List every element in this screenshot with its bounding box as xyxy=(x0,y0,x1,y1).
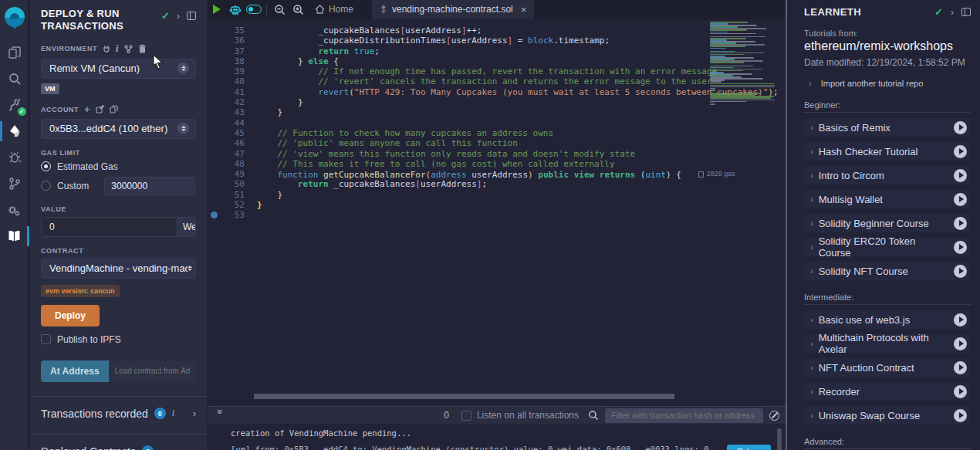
breakpoint-margin[interactable] xyxy=(208,118,221,128)
breakpoint-margin[interactable] xyxy=(208,179,221,189)
breakpoint-dot[interactable] xyxy=(211,211,218,218)
at-address-button[interactable]: At Address xyxy=(41,360,109,382)
code-line[interactable]: 38 } else { xyxy=(208,56,708,66)
code-line[interactable]: 47 // 'view' means this function only re… xyxy=(208,149,708,159)
listen-all-transactions-checkbox[interactable] xyxy=(461,411,471,421)
deploy-button[interactable]: Deploy xyxy=(41,305,100,327)
terminal-scrollbar[interactable] xyxy=(777,428,782,450)
breakpoint-margin[interactable] xyxy=(208,66,221,76)
breakpoint-margin[interactable] xyxy=(208,128,221,138)
ai-assistant-button[interactable] xyxy=(226,0,245,19)
breakpoint-margin[interactable] xyxy=(208,169,221,179)
close-icon[interactable]: × xyxy=(521,4,527,15)
estimated-gas-radio[interactable] xyxy=(41,161,51,171)
breakpoint-margin[interactable] xyxy=(208,200,221,210)
code-line[interactable]: 43 } xyxy=(208,107,708,117)
plug-icon[interactable] xyxy=(103,45,110,52)
environment-select[interactable]: Remix VM (Cancun) xyxy=(41,59,196,79)
breakpoint-margin[interactable] xyxy=(208,25,221,36)
breakpoint-margin[interactable] xyxy=(208,46,221,56)
play-tutorial-button[interactable] xyxy=(954,121,967,134)
code-editor[interactable]: 35 _cupcakeBalances[userAddress]++;36 _c… xyxy=(208,19,786,405)
import-tutorial-repo[interactable]: › Import another tutorial repo xyxy=(809,79,971,88)
deployed-contracts-row[interactable]: Deployed Contracts 0 xyxy=(30,434,207,450)
code-line[interactable]: 49 function getCupcakeBalanceFor(address… xyxy=(208,169,708,179)
tutorial-item[interactable]: ›Multichain Protocols with Axelar xyxy=(804,334,971,353)
sidebar-item-learneth[interactable] xyxy=(0,223,29,249)
code-line[interactable]: 50 return _cupcakeBalances[userAddress]; xyxy=(208,179,708,189)
sidebar-item-debugger[interactable] xyxy=(0,144,29,171)
code-line[interactable]: 40 // 'revert' cancels the transaction a… xyxy=(208,76,708,86)
sidebar-item-solidity-compiler[interactable]: ✓ xyxy=(0,92,29,118)
copy-icon[interactable] xyxy=(110,105,118,113)
at-address-input[interactable] xyxy=(109,360,196,382)
clear-console-icon[interactable] xyxy=(769,411,779,421)
terminal-filter-input[interactable] xyxy=(605,408,763,423)
editor-minimap[interactable] xyxy=(710,22,776,107)
breakpoint-margin[interactable] xyxy=(208,190,221,200)
breakpoint-margin[interactable] xyxy=(208,97,221,107)
sidebar-item-deploy-and-run[interactable] xyxy=(0,118,29,144)
account-select[interactable]: 0x5B3...eddC4 (100 ether) xyxy=(41,119,196,139)
code-line[interactable]: 52} xyxy=(208,200,708,210)
sidebar-item-search[interactable] xyxy=(0,66,29,92)
tutorial-item[interactable]: ›Solidity Beginner Course xyxy=(804,214,971,232)
fork-icon[interactable] xyxy=(124,45,133,53)
custom-gas-radio[interactable] xyxy=(41,181,51,191)
code-line[interactable]: 44 xyxy=(208,118,708,128)
trash-icon[interactable] xyxy=(138,44,147,53)
breakpoint-margin[interactable] xyxy=(208,159,221,169)
code-line[interactable]: 39 // If not enough time has passed, rev… xyxy=(208,66,708,76)
publish-ipfs-checkbox[interactable] xyxy=(41,334,51,344)
play-tutorial-button[interactable] xyxy=(954,265,967,278)
play-tutorial-button[interactable] xyxy=(954,193,967,206)
terminal-search-icon[interactable] xyxy=(588,410,599,421)
custom-gas-input[interactable] xyxy=(104,177,195,195)
edit-icon[interactable] xyxy=(96,105,104,113)
sidebar-item-settings[interactable] xyxy=(0,197,29,223)
breakpoint-margin[interactable] xyxy=(208,138,221,148)
tutorial-item[interactable]: ›Basics of Remix xyxy=(804,118,971,137)
code-line[interactable]: 36 _cupcakeDistributionTimes[userAddress… xyxy=(208,36,708,46)
value-unit-select[interactable]: Wei xyxy=(177,218,196,236)
breakpoint-margin[interactable] xyxy=(208,56,221,66)
play-tutorial-button[interactable] xyxy=(954,385,967,398)
code-line[interactable]: 53 xyxy=(208,210,708,220)
play-tutorial-button[interactable] xyxy=(954,169,967,182)
panel-expand-icon[interactable]: › xyxy=(177,11,180,22)
chevron-right-icon[interactable]: › xyxy=(193,408,196,419)
breakpoint-margin[interactable] xyxy=(208,107,221,117)
tutorial-item[interactable]: ›Solidity NFT Course xyxy=(804,262,971,280)
info-icon[interactable]: i xyxy=(116,43,119,55)
value-input[interactable] xyxy=(42,218,177,236)
remix-logo-icon[interactable] xyxy=(5,7,25,27)
tab-vending-machine-contract[interactable]: vending-machine-contract.sol × xyxy=(372,0,534,19)
code-line[interactable]: 35 _cupcakeBalances[userAddress]++; xyxy=(208,25,708,36)
double-chevron-down-icon[interactable]: » xyxy=(215,409,225,421)
code-line[interactable]: 42 } xyxy=(208,97,708,107)
play-tutorial-button[interactable] xyxy=(954,409,967,422)
breakpoint-margin[interactable] xyxy=(208,149,221,159)
tutorial-item[interactable]: ›Recorder xyxy=(804,382,971,401)
tutorial-item[interactable]: ›NFT Auction Contract xyxy=(804,358,971,377)
zoom-out-button[interactable] xyxy=(270,0,289,19)
code-line[interactable]: 46 // 'public' means anyone can call thi… xyxy=(208,138,708,148)
code-line[interactable]: 45 // Function to check how many cupcake… xyxy=(208,128,708,138)
plus-icon[interactable]: + xyxy=(84,104,90,115)
copilot-toggle[interactable] xyxy=(245,0,263,19)
debug-button[interactable]: Debug xyxy=(727,445,771,450)
sidebar-item-file-explorer[interactable] xyxy=(0,39,29,66)
tutorial-item[interactable]: ›Uniswap Swap Course xyxy=(804,406,971,425)
sidebar-item-git[interactable] xyxy=(0,171,29,197)
tutorial-item[interactable]: ›Intro to Circom xyxy=(804,166,971,184)
pin-panel-icon[interactable] xyxy=(961,8,971,16)
panel-expand-icon[interactable]: › xyxy=(951,7,954,18)
play-tutorial-button[interactable] xyxy=(954,241,967,254)
breakpoint-margin[interactable] xyxy=(208,36,221,46)
code-line[interactable]: 48 // This makes it free to call (no gas… xyxy=(208,159,708,169)
breakpoint-margin[interactable] xyxy=(208,87,221,97)
contract-select[interactable]: VendingMachine - vending-machin xyxy=(41,259,196,279)
run-script-button[interactable] xyxy=(208,0,226,19)
transactions-recorded-row[interactable]: Transactions recorded 0 i › xyxy=(30,396,207,420)
zoom-in-button[interactable] xyxy=(289,0,307,19)
